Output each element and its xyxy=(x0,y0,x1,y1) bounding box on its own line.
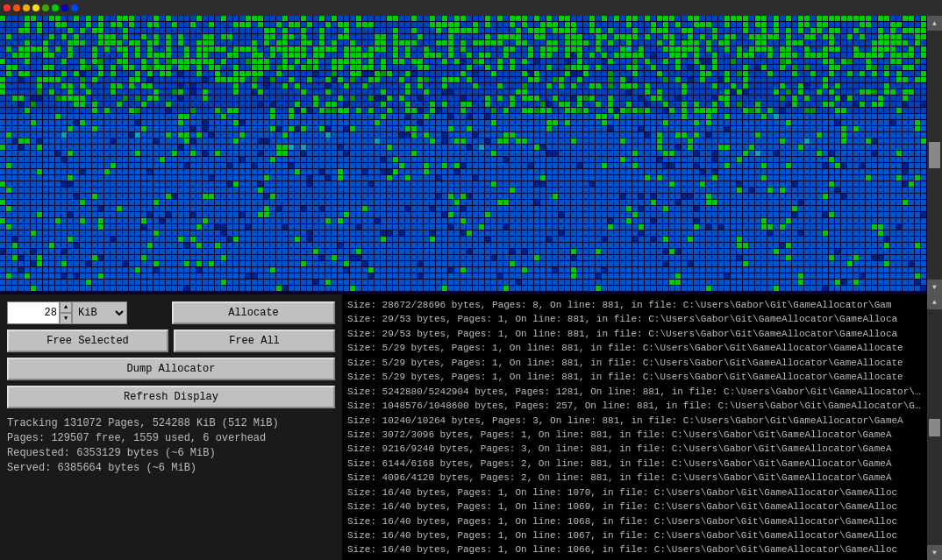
number-input-group: ▲ ▼ KiB MiB Bytes xyxy=(7,301,167,324)
title-dot-8 xyxy=(71,4,78,11)
log-line: Size: 5/29 bytes, Pages: 1, On line: 881… xyxy=(347,370,924,383)
log-line: Size: 29/53 bytes, Pages: 1, On line: 88… xyxy=(347,312,924,325)
log-line: Size: 4096/4120 bytes, Pages: 2, On line… xyxy=(347,471,924,484)
log-line: Size: 5242880/5242904 bytes, Pages: 1281… xyxy=(347,385,924,398)
log-line: Size: 29/53 bytes, Pages: 1, On line: 88… xyxy=(347,327,924,340)
log-scroll-up[interactable]: ▲ xyxy=(927,294,942,309)
left-panel: ▲ ▼ KiB MiB Bytes Allocate Free Selected… xyxy=(0,294,342,560)
log-line: Size: 1048576/1048600 bytes, Pages: 257,… xyxy=(347,399,924,412)
title-dot-5 xyxy=(42,4,49,11)
spin-up-button[interactable]: ▲ xyxy=(60,301,72,313)
log-line: Size: 3072/3096 bytes, Pages: 1, On line… xyxy=(347,428,924,441)
title-dot-4 xyxy=(32,4,39,11)
log-line: Size: 6144/6168 bytes, Pages: 2, On line… xyxy=(347,457,924,470)
free-row: Free Selected Free All xyxy=(7,330,335,352)
memory-map-canvas[interactable] xyxy=(0,16,927,294)
log-line: Size: 16/40 bytes, Pages: 1, On line: 10… xyxy=(347,542,924,556)
allocate-row: ▲ ▼ KiB MiB Bytes Allocate xyxy=(7,301,335,324)
log-scroll-thumb[interactable] xyxy=(929,419,940,436)
title-dot-6 xyxy=(52,4,59,11)
free-all-button[interactable]: Free All xyxy=(174,330,335,352)
status-line-1: Tracking 131072 Pages, 524288 KiB (512 M… xyxy=(7,417,335,429)
refresh-row: Refresh Display xyxy=(7,386,335,408)
memory-scroll-thumb[interactable] xyxy=(929,142,940,168)
status-line-2: Pages: 129507 free, 1559 used, 6 overhea… xyxy=(7,432,335,444)
title-dot-3 xyxy=(23,4,30,11)
log-line: Size: 5/29 bytes, Pages: 1, On line: 881… xyxy=(347,356,924,369)
allocation-size-input[interactable] xyxy=(7,301,60,324)
log-line: Size: 16/40 bytes, Pages: 1, On line: 10… xyxy=(347,514,924,528)
status-line-3: Requested: 6353129 bytes (~6 MiB) xyxy=(7,447,335,459)
right-panel: Size: 28672/28696 bytes, Pages: 8, On li… xyxy=(342,294,942,560)
title-dot-1 xyxy=(4,4,11,11)
spin-buttons: ▲ ▼ xyxy=(60,301,72,324)
log-line: Size: 10240/10264 bytes, Pages: 3, On li… xyxy=(347,414,924,427)
log-line: Size: 28672/28696 bytes, Pages: 8, On li… xyxy=(347,298,924,311)
status-info: Tracking 131072 Pages, 524288 KiB (512 M… xyxy=(7,417,335,474)
memory-scroll-down[interactable]: ▼ xyxy=(927,280,942,294)
status-line-4: Served: 6385664 bytes (~6 MiB) xyxy=(7,462,335,474)
spin-down-button[interactable]: ▼ xyxy=(60,313,72,324)
memory-map-container: ▲ ▼ xyxy=(0,16,942,294)
unit-select[interactable]: KiB MiB Bytes xyxy=(72,301,127,324)
title-bar xyxy=(0,0,942,16)
log-line: Size: 16/40 bytes, Pages: 1, On line: 10… xyxy=(347,486,924,499)
log-content: Size: 28672/28696 bytes, Pages: 8, On li… xyxy=(342,294,927,560)
title-dot-7 xyxy=(61,4,68,11)
title-dot-2 xyxy=(13,4,20,11)
memory-scroll-up[interactable]: ▲ xyxy=(927,16,942,31)
log-scrollbar: ▲ ▼ xyxy=(927,294,942,560)
log-line: Size: 16/40 bytes, Pages: 1, On line: 10… xyxy=(347,500,924,513)
dump-row: Dump Allocator xyxy=(7,358,335,380)
log-line: Size: 5/29 bytes, Pages: 1, On line: 881… xyxy=(347,341,924,354)
log-scroll-down[interactable]: ▼ xyxy=(927,545,942,560)
log-line: Size: 9216/9240 bytes, Pages: 3, On line… xyxy=(347,442,924,455)
bottom-section: ▲ ▼ KiB MiB Bytes Allocate Free Selected… xyxy=(0,294,942,560)
dump-allocator-button[interactable]: Dump Allocator xyxy=(7,358,335,380)
log-line: Size: 16/40 bytes, Pages: 1, On line: 10… xyxy=(347,528,924,542)
refresh-display-button[interactable]: Refresh Display xyxy=(7,386,335,408)
memory-map-scrollbar: ▲ ▼ xyxy=(927,16,942,294)
allocate-button[interactable]: Allocate xyxy=(172,301,335,324)
free-selected-button[interactable]: Free Selected xyxy=(7,330,168,352)
